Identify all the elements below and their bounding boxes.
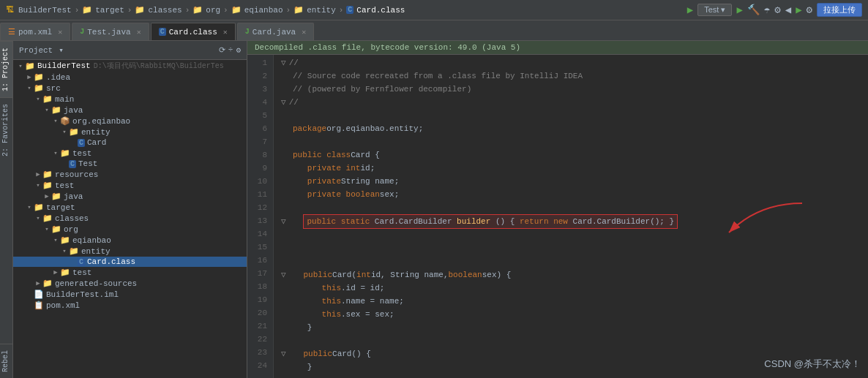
tab-card-java-close[interactable]: ✕ — [302, 28, 306, 37]
tab-test-java[interactable]: J Test.java ✕ — [72, 23, 149, 40]
tree-item-card-class[interactable]: C Card.class — [13, 257, 247, 267]
tree-item-test-target[interactable]: ▶ 📁 test — [13, 267, 247, 278]
sidebar-tab-favorites[interactable]: 2: Favorites — [0, 97, 12, 162]
arrow-icon: ▾ — [34, 181, 42, 189]
tree-item-entity-target[interactable]: ▾ 📁 entity — [13, 246, 247, 257]
bc-org[interactable]: org — [206, 6, 220, 15]
project-panel-header: Project ▾ ⟳ ÷ ⚙ — [13, 41, 247, 60]
tree-item-pom-xml[interactable]: 📋 pom.xml — [13, 300, 247, 311]
sync-icon[interactable]: ⟳ — [219, 45, 225, 55]
toolbar-actions: ▶ Test ▾ ▶ 🔨 ☂ ⚙ ◀ ▶ ⚙ 拉接上传 — [687, 3, 862, 17]
arrow-icon: ▾ — [16, 62, 25, 70]
side-tabs: 1: Project 2: Favorites Rebel — [0, 41, 13, 378]
settings-icon[interactable]: ⚙ — [807, 4, 812, 16]
tree-item-org[interactable]: ▾ 📁 org — [13, 224, 247, 235]
folder-java-icon: 📁 — [51, 192, 61, 201]
code-line-21: } — [281, 321, 861, 334]
tree-item-test-class[interactable]: C Test — [13, 159, 247, 169]
tree-item-resources[interactable]: ▶ 📁 resources — [13, 169, 247, 180]
tree-item-buildertest[interactable]: ▾ 📁 BuilderTest D:\项目代码\RabbitMQ\Builder… — [13, 60, 247, 72]
tree-item-src[interactable]: ▾ 📁 src — [13, 83, 247, 94]
bc-entity-icon: 📁 — [293, 5, 304, 15]
folder-icon: 📁 — [69, 127, 79, 137]
bc-card-class[interactable]: Card.class — [356, 6, 405, 15]
highlighted-code-line-13: public static Card.CardBuilder builder (… — [303, 214, 678, 229]
fold-icon[interactable]: ▽ — [281, 56, 286, 69]
tab-pom-close[interactable]: ✕ — [58, 28, 62, 37]
tree-item-java-main[interactable]: ▾ 📁 java — [13, 105, 247, 116]
tree-item-entity-main[interactable]: ▾ 📁 entity — [13, 126, 247, 137]
code-line-12 — [281, 201, 861, 214]
code-line-9: private int id; — [281, 162, 861, 175]
bc-entity[interactable]: entity — [307, 6, 336, 15]
tree-item-test-src[interactable]: ▾ 📁 test — [13, 148, 247, 159]
tree-item-classes[interactable]: ▾ 📁 classes — [13, 213, 247, 224]
sidebar-tab-project[interactable]: 1: Project — [0, 41, 12, 97]
pom-xml-icon: ☰ — [8, 27, 15, 37]
code-line-3: // (powered by Fernflower decompiler) — [281, 83, 861, 96]
tree-item-iml[interactable]: 📄 BuilderTest.iml — [13, 289, 247, 300]
fold-icon[interactable]: ▽ — [281, 268, 286, 281]
arrow-icon: ▾ — [34, 214, 42, 222]
code-lines: ▽ // // Source code recreated from a .cl… — [274, 55, 868, 378]
upload-button[interactable]: 拉接上传 — [817, 3, 862, 17]
code-line-13: ▽ public static Card.CardBuilder builder… — [281, 214, 861, 229]
profile-icon[interactable]: ⚙ — [774, 4, 780, 16]
bc-target-lbl[interactable]: target — [95, 6, 124, 15]
fold-icon[interactable]: ▽ — [281, 96, 286, 109]
tab-card-java[interactable]: J Card.java ✕ — [237, 23, 314, 40]
code-area[interactable]: 1 2 3 4 5 6 7 8 9 10 11 12 13 14 15 16 1 — [247, 55, 868, 378]
folder-icon: 📁 — [42, 181, 53, 190]
bc-buildertest[interactable]: BuilderTest — [18, 6, 72, 15]
bc-eqianbao[interactable]: eqianbao — [244, 6, 283, 15]
project-panel: Project ▾ ⟳ ÷ ⚙ ▾ 📁 BuilderTest D:\项目代码\… — [13, 41, 247, 378]
tree-item-main[interactable]: ▾ 📁 main — [13, 94, 247, 105]
code-line-16 — [281, 255, 861, 268]
run-arrow-icon: ▶ — [687, 4, 693, 16]
tree-item-card-src[interactable]: C Card — [13, 137, 247, 148]
settings-project-icon[interactable]: ⚙ — [236, 45, 241, 55]
arrow-icon: ▶ — [25, 73, 34, 81]
tree-item-org-eqianbao[interactable]: ▾ 📦 org.eqianbao — [13, 116, 247, 126]
iml-icon: 📄 — [34, 290, 44, 299]
tree-item-eqianbao[interactable]: ▾ 📁 eqianbao — [13, 235, 247, 246]
arrow-icon: ▾ — [60, 247, 69, 255]
tab-pom-xml[interactable]: ☰ pom.xml ✕ — [0, 23, 70, 40]
class-icon: C — [78, 139, 85, 147]
tree-item-generated-sources[interactable]: ▶ 📁 generated-sources — [13, 278, 247, 289]
arrow-left-icon[interactable]: ◀ — [785, 4, 791, 16]
decompile-banner-text: Decompiled .class file, bytecode version… — [255, 43, 520, 52]
fold-icon[interactable]: ▽ — [281, 347, 286, 360]
build-icon[interactable]: 🔨 — [747, 4, 760, 16]
folder-icon: 📁 — [42, 279, 53, 288]
tab-card-class-close[interactable]: ✕ — [223, 28, 228, 37]
bc-classes[interactable]: classes — [148, 6, 182, 15]
run-green-icon[interactable]: ▶ — [736, 4, 742, 16]
main-layout: 1: Project 2: Favorites Rebel Project ▾ … — [0, 41, 868, 378]
tree-item-java-test[interactable]: ▶ 📁 java — [13, 191, 247, 202]
bc-org-icon: 📁 — [192, 5, 203, 15]
collapse-icon[interactable]: ÷ — [228, 45, 233, 55]
tree-item-test-src2[interactable]: ▾ 📁 test — [13, 180, 247, 191]
folder-icon: 📁 — [69, 246, 79, 256]
folder-icon: 📁 — [60, 235, 70, 245]
arrow-icon: ▶ — [34, 170, 42, 178]
tab-card-class[interactable]: C Card.class ✕ — [151, 23, 236, 40]
tree-item-idea[interactable]: ▶ 📁 .idea — [13, 72, 247, 83]
sidebar-tab-rebel[interactable]: Rebel — [0, 344, 12, 378]
watermark: CSDN @杀手不太冷！ — [764, 358, 861, 371]
project-dropdown-icon[interactable]: ▾ — [59, 45, 64, 55]
test-dropdown[interactable]: Test ▾ — [697, 4, 732, 16]
code-line-17: ▽ public Card( int id, String name, bool… — [281, 268, 861, 281]
test-java-icon: J — [80, 28, 84, 36]
tab-test-close[interactable]: ✕ — [137, 28, 141, 37]
arrow-right-icon[interactable]: ▶ — [796, 4, 801, 16]
coverage-icon[interactable]: ☂ — [764, 4, 770, 16]
code-line-14 — [281, 229, 861, 242]
tab-card-java-label: Card.java — [252, 28, 296, 37]
fold-icon[interactable]: ▽ — [281, 215, 286, 228]
arrow-icon: ▾ — [25, 84, 34, 92]
folder-icon: 📁 — [34, 72, 44, 82]
tree-item-target[interactable]: ▾ 📁 target — [13, 202, 247, 213]
code-line-15 — [281, 242, 861, 255]
